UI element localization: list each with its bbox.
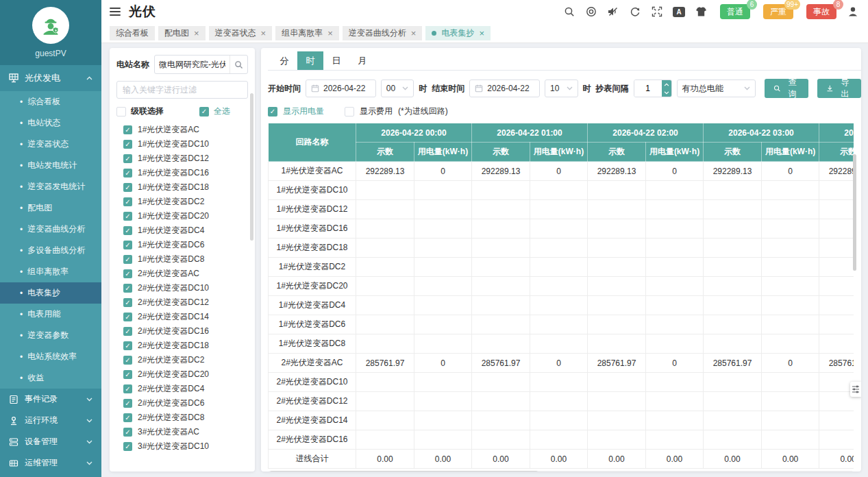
device-checkbox[interactable]: ✓ [123,154,132,163]
page-tab[interactable]: 配电图× [158,26,206,40]
search-icon[interactable] [563,6,575,18]
device-checkbox[interactable]: ✓ [123,442,132,451]
device-checkbox[interactable]: ✓ [123,298,132,307]
select-all-checkbox[interactable]: ✓ [199,107,209,117]
horizontal-scrollbar-thumb[interactable] [269,471,538,472]
interval-input[interactable] [634,80,662,97]
device-checkbox[interactable]: ✓ [123,428,132,437]
alarm-badge-accident[interactable]: 事故 8 [806,4,836,19]
device-checkbox-item[interactable]: ✓2#光伏逆变器DC4 [116,382,248,396]
device-checkbox-item[interactable]: ✓2#光伏逆变器DC10 [116,281,248,295]
interval-stepper[interactable] [634,80,672,97]
alarm-badge-normal[interactable]: 普通 6 [720,4,750,19]
device-checkbox-item[interactable]: ✓2#光伏逆变器DC8 [116,411,248,425]
sidebar-item-environment[interactable]: 运行环境 [0,410,101,431]
sidebar-item-配电图[interactable]: •配电图 [0,197,101,219]
device-checkbox-item[interactable]: ✓1#光伏逆变器DC6 [116,238,248,252]
alarm-badge-severe[interactable]: 严重 99+ [763,4,793,19]
device-checkbox-item[interactable]: ✓1#光伏逆变器DC2 [116,195,248,209]
granularity-tab-hour[interactable]: 时 [297,51,323,70]
tab-close-icon[interactable]: × [411,29,417,38]
cascade-checkbox[interactable] [116,107,126,117]
page-tab[interactable]: 综合看板 [110,26,155,40]
sidebar-item-电表集抄[interactable]: •电表集抄 [0,282,101,304]
device-checkbox-item[interactable]: ✓1#光伏逆变器AC [116,123,248,137]
start-hour-select[interactable]: 00 [381,80,414,97]
page-tab[interactable]: 逆变器曲线分析× [343,26,423,40]
collapse-menu-icon[interactable] [110,8,121,16]
sidebar-item-综合看板[interactable]: •综合看板 [0,91,101,112]
device-checkbox[interactable]: ✓ [123,255,132,264]
sidebar-item-逆变器发电统计[interactable]: •逆变器发电统计 [0,176,101,197]
device-checkbox-item[interactable]: ✓2#光伏逆变器DC12 [116,295,248,310]
device-checkbox-item[interactable]: ✓2#光伏逆变器DC20 [116,367,248,382]
device-checkbox-item[interactable]: ✓1#光伏逆变器DC10 [116,137,248,151]
user-icon[interactable] [847,6,858,18]
vertical-scrollbar-thumb[interactable] [853,154,856,271]
device-list-scrollbar[interactable] [250,93,253,241]
stepper-up-icon[interactable] [662,80,671,88]
device-checkbox-item[interactable]: ✓1#光伏逆变器DC18 [116,180,248,195]
device-checkbox-item[interactable]: ✓2#光伏逆变器DC6 [116,396,248,411]
sidebar-item-多设备曲线分析[interactable]: •多设备曲线分析 [0,240,101,261]
select-all-label[interactable]: 全选 [214,106,230,117]
stepper-down-icon[interactable] [662,88,671,97]
device-checkbox[interactable]: ✓ [123,370,132,379]
device-checkbox[interactable]: ✓ [123,313,132,321]
query-button[interactable]: 查询 [765,79,808,98]
page-tab[interactable]: 逆变器状态× [209,26,273,40]
export-button[interactable]: 导出 [817,79,861,98]
device-checkbox[interactable]: ✓ [123,197,132,206]
refresh-icon[interactable] [629,6,641,18]
device-checkbox[interactable]: ✓ [123,241,132,249]
sidebar-item-电站状态[interactable]: •电站状态 [0,112,101,134]
end-hour-select[interactable]: 10 [545,80,578,97]
translate-icon[interactable]: A [673,7,685,17]
sidebar-item-逆变器曲线分析[interactable]: •逆变器曲线分析 [0,219,101,240]
device-checkbox[interactable]: ✓ [123,226,132,235]
device-checkbox[interactable]: ✓ [123,125,132,134]
column-settings-button[interactable] [850,382,861,397]
device-checkbox[interactable]: ✓ [123,284,132,293]
device-checkbox[interactable]: ✓ [123,356,132,365]
tab-close-icon[interactable]: × [194,29,199,38]
sidebar-item-event-records[interactable]: 事件记录 [0,389,101,410]
granularity-tab-day[interactable]: 日 [323,51,349,70]
device-checkbox-item[interactable]: ✓2#光伏逆变器DC2 [116,353,248,367]
avatar[interactable] [32,7,69,44]
show-cost-label[interactable]: 显示费用 [360,106,393,117]
device-checkbox-item[interactable]: ✓3#光伏逆变器DC10 [116,439,248,454]
device-checkbox[interactable]: ✓ [123,413,132,422]
sidebar-item-电站发电统计[interactable]: •电站发电统计 [0,155,101,176]
device-checkbox-item[interactable]: ✓1#光伏逆变器DC4 [116,223,248,238]
device-checkbox-item[interactable]: ✓2#光伏逆变器DC16 [116,324,248,339]
sidebar-item-逆变器状态[interactable]: •逆变器状态 [0,134,101,155]
sidebar-item-逆变器参数[interactable]: •逆变器参数 [0,325,101,346]
device-checkbox-item[interactable]: ✓1#光伏逆变器DC8 [116,252,248,267]
fullscreen-icon[interactable] [651,6,662,18]
sidebar-item-组串离散率[interactable]: •组串离散率 [0,261,101,282]
device-checkbox-item[interactable]: ✓1#光伏逆变器DC20 [116,209,248,223]
end-date-picker[interactable]: 2026-04-22 [469,80,540,97]
granularity-tab-minute[interactable]: 分 [271,51,297,70]
device-checkbox[interactable]: ✓ [123,384,132,393]
page-tab[interactable]: 电表集抄× [425,26,491,40]
sidebar-item-device-management[interactable]: 设备管理 [0,431,101,452]
device-checkbox[interactable]: ✓ [123,399,132,408]
show-cost-checkbox[interactable] [345,107,354,117]
device-checkbox-item[interactable]: ✓2#光伏逆变器DC14 [116,310,248,324]
sidebar-item-收益[interactable]: •收益 [0,367,101,389]
tab-close-icon[interactable]: × [327,29,333,38]
sidebar-group-pv[interactable]: 光伏发电 [0,65,101,91]
device-checkbox-item[interactable]: ✓2#光伏逆变器AC [116,267,248,281]
device-checkbox-item[interactable]: ✓2#光伏逆变器DC18 [116,339,248,353]
metric-select[interactable]: 有功总电能 [677,80,756,97]
tab-close-icon[interactable]: × [479,29,484,38]
device-checkbox-item[interactable]: ✓1#光伏逆变器DC16 [116,166,248,180]
feedback-icon[interactable] [585,6,597,18]
show-energy-label[interactable]: 显示用电量 [283,106,324,117]
device-checkbox[interactable]: ✓ [123,341,132,350]
theme-icon[interactable] [695,6,707,18]
start-date-picker[interactable]: 2026-04-22 [306,80,376,97]
station-search-icon[interactable] [230,56,247,73]
